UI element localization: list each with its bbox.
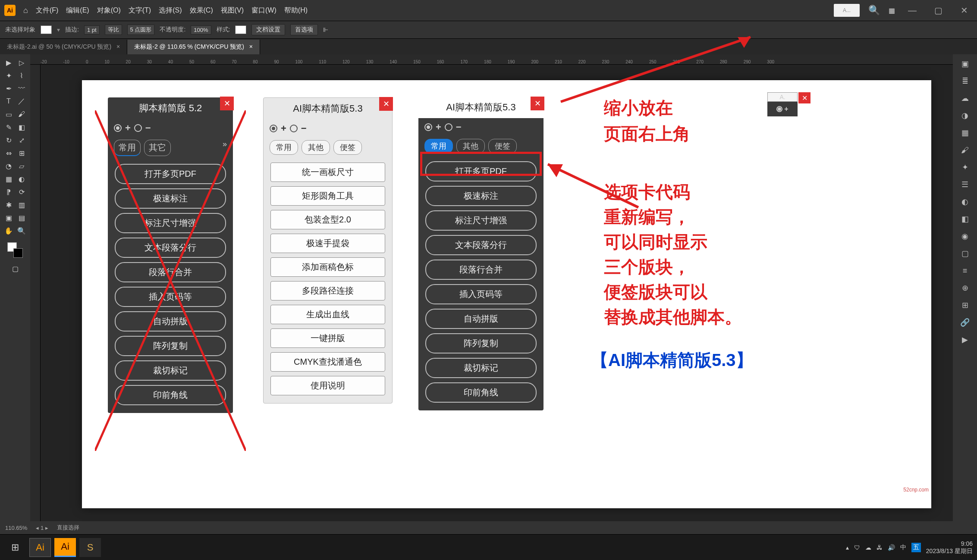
perspective-tool[interactable]: ▱ bbox=[16, 160, 28, 172]
menu-help[interactable]: 帮助(H) bbox=[284, 6, 308, 15]
brush-dropdown[interactable]: 5 点圆形 bbox=[127, 25, 155, 35]
zoom-level[interactable]: 110.65% bbox=[5, 525, 27, 531]
panel-53d-btn-3[interactable]: 文本段落分行 bbox=[425, 235, 537, 255]
panel-53l-btn-0[interactable]: 统一画板尺寸 bbox=[270, 163, 385, 182]
type-tool[interactable]: T bbox=[3, 96, 15, 107]
panel-53d-btn-2[interactable]: 标注尺寸增强 bbox=[425, 210, 537, 231]
brush-tool[interactable]: 🖌 bbox=[16, 109, 28, 120]
arrange-icon[interactable]: ▦ bbox=[889, 6, 895, 15]
home-icon[interactable]: ⌂ bbox=[23, 6, 28, 15]
menu-type[interactable]: 文字(T) bbox=[129, 6, 151, 15]
direct-selection-tool[interactable]: ▷ bbox=[16, 57, 28, 68]
free-transform-tool[interactable]: ⊞ bbox=[16, 147, 28, 159]
selection-tool[interactable]: ▶ bbox=[3, 57, 15, 68]
panel-52-btn-4[interactable]: 段落行合并 bbox=[115, 262, 226, 282]
tray-volume-icon[interactable]: 🔊 bbox=[888, 544, 895, 551]
stroke-icon[interactable]: ☰ bbox=[957, 178, 973, 191]
artboard-nav[interactable]: ◂ 1 ▸ bbox=[36, 525, 48, 531]
graph-tool[interactable]: ▥ bbox=[16, 199, 28, 210]
panel-52-minus[interactable]: − bbox=[145, 122, 151, 134]
tray-onedrive-icon[interactable]: ☁ bbox=[865, 544, 871, 551]
rotate-tool[interactable]: ↻ bbox=[3, 135, 15, 146]
panel-53l-btn-3[interactable]: 极速手提袋 bbox=[270, 234, 385, 253]
panel-52-btn-9[interactable]: 印前角线 bbox=[115, 385, 226, 405]
prefs-button[interactable]: 首选项 bbox=[290, 24, 318, 35]
opacity-value[interactable]: 100% bbox=[191, 25, 211, 34]
zoom-tool[interactable]: 🔍 bbox=[16, 225, 28, 236]
panel-53d-btn-6[interactable]: 自动拼版 bbox=[425, 309, 537, 329]
panel-52-close[interactable]: ✕ bbox=[220, 97, 234, 110]
start-button[interactable]: ⊞ bbox=[4, 538, 26, 557]
line-tool[interactable]: ／ bbox=[16, 96, 28, 107]
eyedropper-tool[interactable]: ⁋ bbox=[3, 186, 15, 197]
shaper-tool[interactable]: ✎ bbox=[3, 122, 15, 133]
tray-up-icon[interactable]: ▴ bbox=[846, 544, 849, 551]
taskbar-ai-1[interactable]: Ai bbox=[29, 538, 51, 557]
tray-network-icon[interactable]: 🖧 bbox=[876, 544, 883, 551]
swatches-icon[interactable]: ▦ bbox=[957, 126, 973, 140]
gradient-icon[interactable]: ◐ bbox=[957, 195, 973, 209]
symbols-icon[interactable]: ✦ bbox=[957, 160, 973, 174]
graphic-styles-icon[interactable]: ▢ bbox=[957, 247, 973, 260]
lasso-tool[interactable]: ⌇ bbox=[16, 70, 28, 81]
tray-shield-icon[interactable]: 🛡 bbox=[854, 544, 860, 551]
panel-53d-btn-5[interactable]: 插入页码等 bbox=[425, 284, 537, 304]
panel-53l-btn-2[interactable]: 包装盒型2.0 bbox=[270, 210, 385, 229]
panel-53d-radio-off[interactable] bbox=[445, 123, 452, 131]
maximize-button[interactable]: ▢ bbox=[930, 5, 947, 16]
artboard-tool[interactable]: ▣ bbox=[3, 212, 15, 223]
slice-tool[interactable]: ▤ bbox=[16, 212, 28, 223]
transform-icon[interactable]: ⊞ bbox=[957, 298, 973, 312]
color-icon[interactable]: ◑ bbox=[957, 109, 973, 122]
menu-object[interactable]: 对象(O) bbox=[97, 6, 121, 15]
panel-52-tab-1[interactable]: 常用 bbox=[114, 140, 141, 156]
shape-builder-tool[interactable]: ◔ bbox=[3, 160, 15, 172]
panel-53l-radio-off[interactable] bbox=[290, 125, 298, 132]
panel-53l-plus[interactable]: + bbox=[281, 123, 286, 134]
pen-tool[interactable]: ✒ bbox=[3, 83, 15, 94]
panel-53d-btn-1[interactable]: 极速标注 bbox=[425, 186, 537, 206]
layers-icon[interactable]: ≣ bbox=[957, 74, 973, 88]
panel-53d-plus[interactable]: + bbox=[436, 122, 441, 133]
panel-52-btn-3[interactable]: 文本段落分行 bbox=[115, 238, 226, 258]
menu-edit[interactable]: 编辑(E) bbox=[66, 6, 89, 15]
fill-swatch[interactable] bbox=[41, 25, 52, 34]
search-input[interactable]: A... bbox=[834, 4, 860, 17]
menu-file[interactable]: 文件(F) bbox=[36, 6, 58, 15]
panel-mini-plus[interactable]: + bbox=[784, 105, 788, 113]
properties-icon[interactable]: ▣ bbox=[957, 57, 973, 71]
transparency-icon[interactable]: ◧ bbox=[957, 212, 973, 226]
panel-52-btn-7[interactable]: 阵列复制 bbox=[115, 336, 226, 356]
panel-53l-btn-8[interactable]: CMYK查找潘通色 bbox=[270, 352, 385, 372]
pathfinder-icon[interactable]: ⊕ bbox=[957, 281, 973, 295]
uniform-dropdown[interactable]: 等比 bbox=[105, 25, 122, 35]
panel-53d-btn-9[interactable]: 印前角线 bbox=[425, 382, 537, 403]
menu-effect[interactable]: 效果(C) bbox=[190, 6, 213, 15]
panel-53l-btn-5[interactable]: 多段路径连接 bbox=[270, 281, 385, 300]
panel-53l-btn-7[interactable]: 一键拼版 bbox=[270, 328, 385, 348]
panel-53l-tab-3[interactable]: 便签 bbox=[333, 140, 362, 155]
taskbar-ai-2[interactable]: Ai bbox=[54, 538, 76, 557]
panel-53l-close[interactable]: ✕ bbox=[379, 97, 393, 111]
panel-53d-tab-1[interactable]: 常用 bbox=[424, 139, 453, 153]
menu-window[interactable]: 窗口(W) bbox=[251, 6, 276, 15]
minimize-button[interactable]: — bbox=[904, 6, 921, 16]
panel-52-btn-6[interactable]: 自动拼版 bbox=[115, 311, 226, 332]
links-icon[interactable]: 🔗 bbox=[957, 316, 973, 329]
tab-doc2[interactable]: 未标题-2 @ 110.65 % (CMYK/CPU 预览) × bbox=[127, 40, 260, 54]
taskbar-app[interactable]: S bbox=[79, 538, 101, 557]
align-icon[interactable]: ⊩ bbox=[323, 26, 328, 33]
stroke-value[interactable]: 1 pt bbox=[84, 25, 100, 34]
panel-53d-minus[interactable]: − bbox=[456, 122, 462, 133]
panel-52-plus[interactable]: + bbox=[125, 122, 131, 134]
style-swatch[interactable] bbox=[235, 25, 246, 34]
canvas[interactable]: -20-100102030405060708090100110120130140… bbox=[30, 54, 953, 521]
curvature-tool[interactable]: 〰 bbox=[16, 83, 28, 94]
close-button[interactable]: ✕ bbox=[955, 5, 973, 16]
panel-53l-tab-1[interactable]: 常用 bbox=[270, 140, 298, 155]
rectangle-tool[interactable]: ▭ bbox=[3, 109, 15, 120]
panel-53l-radio-on[interactable] bbox=[270, 125, 277, 132]
panel-mini-close[interactable]: ✕ bbox=[798, 92, 811, 103]
tray-ime-icon[interactable]: 中 bbox=[900, 544, 906, 551]
panel-53l-btn-1[interactable]: 矩形圆角工具 bbox=[270, 186, 385, 206]
